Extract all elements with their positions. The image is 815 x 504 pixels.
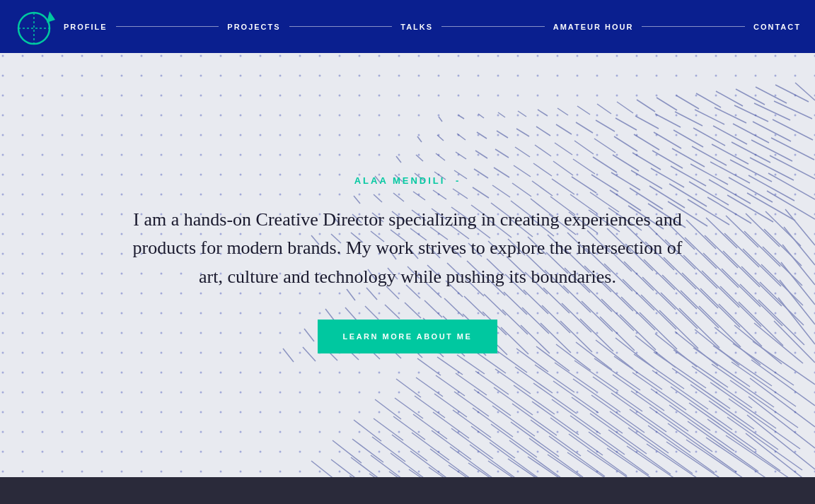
learn-more-button[interactable]: LEARN MORE ABOUT ME xyxy=(318,320,498,353)
name-text: ALAA MENDILI xyxy=(354,175,446,186)
name-dash: - xyxy=(456,175,461,186)
nav-link-projects[interactable]: PROJECTS xyxy=(227,23,280,31)
nav-links: PROFILE PROJECTS TALKS AMATEUR HOUR CONT… xyxy=(57,23,801,31)
nav-link-contact[interactable]: CONTACT xyxy=(753,23,801,31)
hero-content: ALAA MENDILI - I am a hands-on Creative … xyxy=(132,175,683,353)
hero-body: I am a hands-on Creative Director specia… xyxy=(132,206,683,291)
nav-divider-1 xyxy=(116,26,219,27)
svg-marker-1 xyxy=(47,11,55,23)
nav-link-amateur-hour[interactable]: AMATEUR HOUR xyxy=(553,23,634,31)
hero-name: ALAA MENDILI - xyxy=(132,175,683,186)
nav-link-talks[interactable]: TALKS xyxy=(400,23,433,31)
logo-icon[interactable] xyxy=(14,6,57,48)
nav-divider-3 xyxy=(441,26,545,27)
bottom-strip xyxy=(0,477,815,504)
main-section: ALAA MENDILI - I am a hands-on Creative … xyxy=(0,53,815,504)
navbar: PROFILE PROJECTS TALKS AMATEUR HOUR CONT… xyxy=(0,0,815,53)
nav-divider-4 xyxy=(642,26,745,27)
nav-link-profile[interactable]: PROFILE xyxy=(64,23,108,31)
nav-divider-2 xyxy=(289,26,393,27)
